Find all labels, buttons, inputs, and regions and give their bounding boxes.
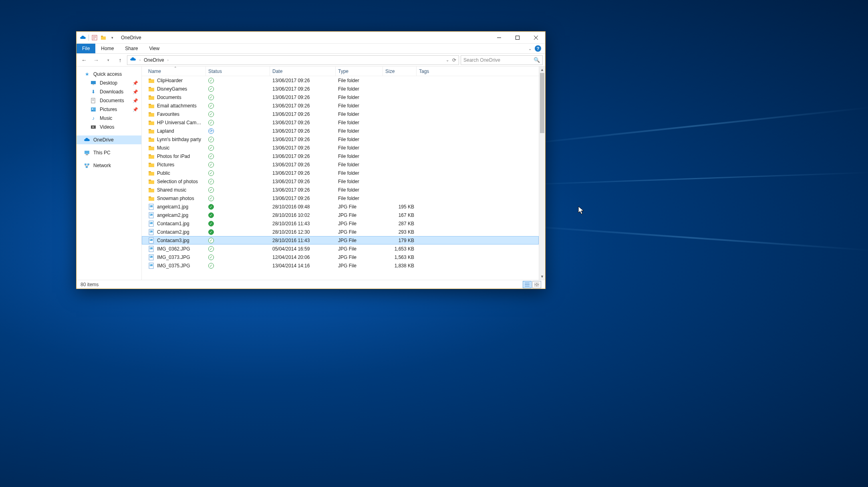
file-row[interactable]: Favourites✓13/06/2017 09:26File folder — [142, 110, 539, 118]
tab-file[interactable]: File — [77, 44, 95, 53]
file-type: JPG File — [336, 255, 383, 260]
scroll-up-icon[interactable]: ▲ — [539, 67, 545, 73]
sidebar-item-videos[interactable]: Videos — [77, 123, 141, 131]
maximize-button[interactable] — [508, 32, 527, 44]
search-box[interactable]: 🔍 — [461, 55, 543, 65]
tab-home[interactable]: Home — [95, 44, 119, 53]
file-row[interactable]: Lapland⟳13/06/2017 09:26File folder — [142, 127, 539, 135]
file-row[interactable]: Contacam3.jpg✓28/10/2016 11:43JPG File17… — [142, 236, 539, 245]
up-button[interactable]: ↑ — [115, 55, 125, 65]
file-row[interactable]: Selection of photos✓13/06/2017 09:26File… — [142, 177, 539, 186]
file-row[interactable]: IMG_0362.JPG✓05/04/2014 16:59JPG File1,6… — [142, 245, 539, 253]
thumbnails-view-button[interactable] — [532, 281, 541, 288]
file-status: ✓ — [206, 137, 270, 142]
file-row[interactable]: ClipHoarder✓13/06/2017 09:26File folder — [142, 76, 539, 85]
sidebar-item-music[interactable]: ♪ Music — [77, 114, 141, 123]
file-row[interactable]: Lynn's birthday party✓13/06/2017 09:26Fi… — [142, 135, 539, 143]
path-separator-icon[interactable]: › — [167, 58, 169, 62]
properties-icon[interactable] — [91, 34, 98, 41]
column-tags[interactable]: Tags — [417, 67, 449, 76]
sidebar-item-desktop[interactable]: Desktop 📌 — [77, 79, 141, 87]
svg-point-74 — [150, 265, 151, 265]
back-button[interactable]: ← — [79, 55, 89, 65]
svg-point-68 — [150, 248, 151, 249]
sidebar-item-this-pc[interactable]: This PC — [77, 148, 141, 157]
column-type[interactable]: Type — [336, 67, 383, 76]
file-row[interactable]: HP Universal Camer...✓13/06/2017 09:26Fi… — [142, 118, 539, 127]
file-row[interactable]: Music✓13/06/2017 09:26File folder — [142, 143, 539, 152]
forward-button[interactable]: → — [91, 55, 101, 65]
sidebar-item-network[interactable]: Network — [77, 161, 141, 170]
file-name: Photos for iPad — [157, 154, 190, 159]
file-row[interactable]: Public✓13/06/2017 09:26File folder — [142, 169, 539, 177]
column-status[interactable]: Status — [206, 67, 270, 76]
file-row[interactable]: IMG_0373.JPG✓12/04/2014 20:06JPG File1,5… — [142, 253, 539, 261]
file-row[interactable]: Pictures✓13/06/2017 09:26File folder — [142, 160, 539, 169]
file-name: Lynn's birthday party — [157, 137, 201, 142]
file-row[interactable]: IMG_0375.JPG✓13/04/2014 14:16JPG File1,8… — [142, 261, 539, 270]
path-dropdown-icon[interactable]: ⌄ — [446, 58, 449, 62]
file-row[interactable]: Contacam1.jpg✓28/10/2016 11:43JPG File28… — [142, 219, 539, 228]
file-type: JPG File — [336, 221, 383, 226]
svg-rect-1 — [101, 36, 106, 40]
sidebar-item-documents[interactable]: Documents 📌 — [77, 96, 141, 105]
sidebar-item-pictures[interactable]: Pictures 📌 — [77, 105, 141, 114]
ribbon-expand-icon[interactable]: ⌄ — [528, 46, 532, 51]
pin-icon: 📌 — [133, 89, 138, 95]
file-name: Public — [157, 170, 170, 176]
file-row[interactable]: Shared music✓13/06/2017 09:26File folder — [142, 186, 539, 194]
file-size: 179 KB — [383, 238, 417, 243]
tab-share[interactable]: Share — [119, 44, 143, 53]
path-segment[interactable]: OneDrive — [144, 57, 164, 63]
search-icon[interactable]: 🔍 — [534, 57, 540, 63]
scroll-track[interactable] — [539, 73, 545, 273]
file-status: ✓ — [206, 212, 270, 218]
file-row[interactable]: Email attachments✓13/06/2017 09:26File f… — [142, 101, 539, 110]
refresh-icon[interactable]: ⟳ — [452, 57, 456, 63]
recent-dropdown[interactable]: ▾ — [103, 55, 113, 65]
sidebar-item-quick-access[interactable]: ★ Quick access — [77, 70, 141, 79]
file-row[interactable]: Photos for iPad✓13/06/2017 09:26File fol… — [142, 152, 539, 160]
svg-rect-48 — [149, 188, 151, 189]
file-row[interactable]: DisneyGames✓13/06/2017 09:26File folder — [142, 85, 539, 93]
path-separator-icon[interactable]: › — [139, 58, 141, 62]
folder-qat-icon[interactable] — [100, 34, 107, 41]
file-date: 13/06/2017 09:26 — [270, 95, 336, 100]
vertical-scrollbar[interactable]: ▲ ▼ — [539, 67, 545, 280]
tab-view[interactable]: View — [143, 44, 165, 53]
file-row[interactable]: angelcam2.jpg✓28/10/2016 10:02JPG File16… — [142, 211, 539, 219]
close-button[interactable] — [527, 32, 545, 44]
file-type: File folder — [336, 78, 383, 83]
svg-rect-41 — [149, 164, 154, 167]
file-date: 13/06/2017 09:26 — [270, 78, 336, 83]
file-rows: ClipHoarder✓13/06/2017 09:26File folderD… — [142, 76, 539, 280]
column-date[interactable]: Date — [270, 67, 336, 76]
file-row[interactable]: Documents✓13/06/2017 09:26File folder — [142, 93, 539, 101]
pc-icon — [84, 150, 90, 156]
search-input[interactable] — [463, 57, 534, 63]
svg-point-62 — [150, 231, 151, 232]
path-box[interactable]: › OneDrive › ⌄ ⟳ — [127, 55, 459, 65]
scroll-down-icon[interactable]: ▼ — [539, 273, 545, 280]
svg-rect-40 — [149, 154, 151, 156]
file-name: angelcam1.jpg — [157, 204, 188, 210]
file-name: Contacam3.jpg — [157, 238, 189, 243]
file-status: ⟳ — [206, 128, 270, 134]
file-type: JPG File — [336, 263, 383, 269]
minimize-button[interactable] — [490, 32, 508, 44]
qat-dropdown-icon[interactable]: ▾ — [109, 34, 115, 41]
file-name: IMG_0362.JPG — [157, 246, 190, 252]
file-date: 13/06/2017 09:26 — [270, 162, 336, 168]
file-status: ✓ — [206, 255, 270, 260]
mouse-cursor-icon — [578, 206, 585, 218]
help-icon[interactable]: ? — [535, 45, 541, 52]
sidebar-item-onedrive[interactable]: OneDrive — [77, 135, 141, 144]
file-row[interactable]: Contacam2.jpg✓28/10/2016 12:30JPG File29… — [142, 228, 539, 236]
column-size[interactable]: Size — [383, 67, 417, 76]
file-type: File folder — [336, 86, 383, 92]
sidebar-item-downloads[interactable]: ⬇ Downloads 📌 — [77, 87, 141, 96]
file-row[interactable]: Snowman photos✓13/06/2017 09:26File fold… — [142, 194, 539, 202]
scroll-thumb[interactable] — [540, 73, 544, 133]
file-row[interactable]: angelcam1.jpg✓28/10/2016 09:48JPG File19… — [142, 202, 539, 211]
details-view-button[interactable] — [523, 281, 532, 288]
